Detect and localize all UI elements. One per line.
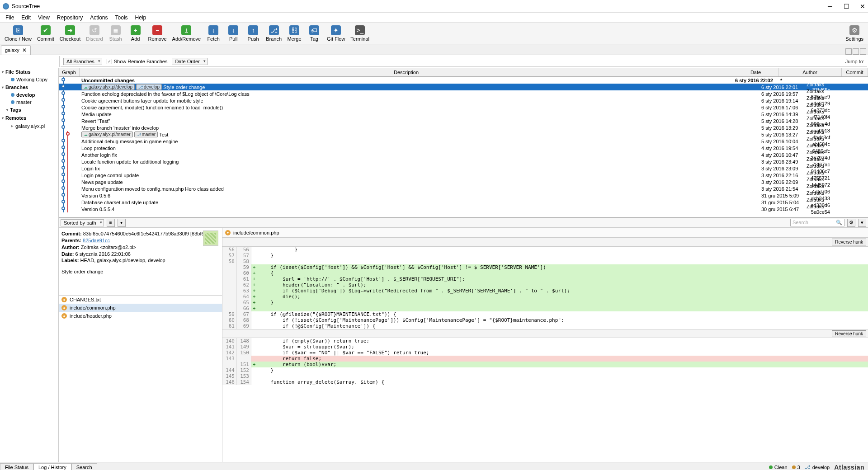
commit-row[interactable]: Version 0.5.5.4 30 gru 2015 6:47 Zoltrak…: [59, 206, 868, 212]
commit-row[interactable]: Another login fix 4 sty 2016 10:47 Zoltr…: [59, 151, 868, 158]
menu-file[interactable]: File: [2, 14, 18, 22]
commit-row[interactable]: News page update 3 sty 2016 22:09 Zoltra…: [59, 179, 868, 185]
bottom-tab-log-history[interactable]: Log / History: [33, 463, 71, 470]
date-cell: 5 sty 2016 13:27: [760, 132, 805, 137]
sidebar-working-copy[interactable]: Working Copy: [0, 76, 58, 83]
commit-row[interactable]: Database charset and style update 31 gru…: [59, 199, 868, 206]
branch-button[interactable]: ⎇Branch: [263, 24, 284, 43]
repo-tab-label: galaxy: [5, 47, 19, 53]
menu-view[interactable]: View: [34, 14, 53, 22]
repo-tab[interactable]: galaxy ✕: [1, 45, 31, 55]
tag-button[interactable]: 🏷Tag: [304, 24, 324, 43]
show-remote-checkbox[interactable]: ✓ Show Remote Branches: [107, 59, 168, 64]
tag-icon: 🏷: [309, 25, 319, 35]
commit-row[interactable]: Uncommitted changes 6 sty 2016 22:02 *: [59, 77, 868, 84]
status-branch[interactable]: ⎇develop: [805, 464, 830, 470]
branch-master[interactable]: master: [0, 99, 58, 106]
tree-view-button[interactable]: ▾: [118, 219, 126, 227]
menu-tools[interactable]: Tools: [112, 14, 132, 22]
commit-row[interactable]: galaxy.alyx.pl/developdevelopStyle order…: [59, 84, 868, 90]
commit-labels: HEAD, galaxy.alyx.pl/develop, develop: [80, 258, 165, 263]
commit-row[interactable]: Cookie agreement, module() function rena…: [59, 104, 868, 111]
commit-row[interactable]: Loop protection 4 sty 2016 19:54 Zoltrak…: [59, 145, 868, 151]
list-view-button[interactable]: ≡: [107, 219, 115, 227]
maximize-button[interactable]: ☐: [844, 4, 849, 9]
push-button[interactable]: ↑Push: [243, 24, 263, 43]
pull-button[interactable]: ↓Pull: [223, 24, 243, 43]
commit-row[interactable]: Cookie agreement buttons layer update fo…: [59, 97, 868, 104]
diff-line: 144152 }: [222, 367, 868, 373]
dot-icon: [11, 78, 14, 81]
commit-row[interactable]: Login page control update 3 sty 2016 22:…: [59, 172, 868, 179]
view-mode-2[interactable]: [853, 48, 859, 55]
branch-develop[interactable]: develop: [0, 91, 58, 99]
add-button[interactable]: +Add: [126, 24, 146, 43]
terminal-button[interactable]: >_Terminal: [348, 24, 372, 43]
col-commit[interactable]: Commit: [842, 68, 868, 76]
reverse-hunk-button[interactable]: Reverse hunk: [832, 330, 866, 337]
commit-row[interactable]: Revert "Test" 5 sty 2016 14:28 Zoltraks …: [59, 118, 868, 124]
checkout-icon: ➜: [65, 25, 75, 35]
diff-line: 61+ $url = 'http://' . $Config['Host'] .…: [222, 276, 868, 282]
commit-row[interactable]: Login fix 3 sty 2016 23:09 Zoltraks 0140…: [59, 165, 868, 172]
status-pending[interactable]: 3: [792, 465, 800, 470]
search-input[interactable]: Search🔍: [790, 219, 844, 226]
commit-row[interactable]: Media update 5 sty 2016 14:39 Zoltraks f…: [59, 111, 868, 118]
parent-link[interactable]: 825dae91cc: [83, 238, 110, 243]
col-description[interactable]: Description: [80, 68, 733, 76]
commit-row[interactable]: Version 0.5.6 31 gru 2015 5:09 Zoltraks …: [59, 192, 868, 199]
sort-dropdown[interactable]: Sorted by path: [61, 219, 104, 226]
close-button[interactable]: ✕: [860, 4, 865, 9]
collapse-icon[interactable]: ─: [862, 230, 865, 235]
file-item[interactable]: ●include/common.php: [59, 304, 222, 312]
modified-icon: ●: [61, 313, 67, 319]
col-date[interactable]: Date: [733, 68, 778, 76]
commit-row[interactable]: Locale function update for additional lo…: [59, 158, 868, 165]
remove-button[interactable]: −Remove: [146, 24, 170, 43]
file-item[interactable]: ●include/header.php: [59, 312, 222, 320]
sidebar-tags[interactable]: Tags: [0, 106, 58, 114]
add-remove-button[interactable]: ±Add/Remove: [170, 24, 204, 43]
commit-row[interactable]: Menu configuration moved to config.menu.…: [59, 185, 868, 192]
menu-actions[interactable]: Actions: [86, 14, 111, 22]
menu-repository[interactable]: Repository: [53, 14, 86, 22]
branch-filter-dropdown[interactable]: All Branches: [63, 58, 102, 65]
merge-button[interactable]: ⛓Merge: [284, 24, 304, 43]
file-item[interactable]: ●CHANGES.txt: [59, 296, 222, 304]
fetch-button[interactable]: ↓Fetch: [203, 24, 223, 43]
commit-row[interactable]: Additional debug messages in game engine…: [59, 138, 868, 145]
minimize-button[interactable]: ─: [827, 4, 833, 9]
commit-table[interactable]: Uncommitted changes 6 sty 2016 22:02 * g…: [59, 77, 868, 218]
diff-line: 5757 }: [222, 253, 868, 258]
sidebar-remotes[interactable]: Remotes: [0, 114, 58, 122]
settings-button[interactable]: ⚙ Settings: [843, 24, 866, 43]
menu-edit[interactable]: Edit: [18, 14, 34, 22]
bottom-tab-search[interactable]: Search: [71, 463, 97, 470]
commit-message: Style order change: [61, 268, 219, 275]
commit-row[interactable]: galaxy.alyx.pl/mastermasterTest 5 sty 20…: [59, 131, 868, 138]
col-author[interactable]: Author: [778, 68, 842, 76]
diff-line: 151+ return (bool)$var;: [222, 362, 868, 367]
col-graph[interactable]: Graph: [59, 68, 80, 76]
commit-detail-panel: Commit: 83bf65c074754600e54c6f1e5424177b…: [59, 228, 222, 462]
diff-settings-more[interactable]: ▾: [858, 219, 866, 227]
commit-row[interactable]: Function echolog depreciated in the favo…: [59, 90, 868, 97]
checkout-button[interactable]: ➜Checkout: [57, 24, 83, 43]
sidebar-branches[interactable]: Branches: [0, 83, 58, 91]
remote-item[interactable]: ▸galaxy.alyx.pl: [0, 122, 58, 130]
commit-button[interactable]: ✔Commit: [34, 24, 57, 43]
order-dropdown[interactable]: Date Order: [172, 58, 207, 65]
menu-help[interactable]: Help: [132, 14, 150, 22]
commit-row[interactable]: Merge branch 'master' into develop 5 sty…: [59, 124, 868, 131]
reverse-hunk-button[interactable]: Reverse hunk: [832, 239, 866, 245]
clone-new-button[interactable]: ⎘Clone / New: [2, 24, 34, 43]
git-flow-button[interactable]: ✦Git Flow: [324, 24, 348, 43]
bottom-tab-file-status[interactable]: File Status: [0, 463, 33, 470]
diff-content[interactable]: 5656 }5757 }5858 59+ if (isset($Config['…: [222, 247, 868, 462]
view-mode-1[interactable]: [845, 48, 852, 55]
graph-cell: [59, 131, 80, 138]
sidebar-file-status[interactable]: File Status: [0, 68, 58, 76]
view-mode-3[interactable]: [860, 48, 866, 55]
close-icon[interactable]: ✕: [22, 47, 27, 53]
diff-settings-button[interactable]: ⚙: [847, 219, 855, 227]
